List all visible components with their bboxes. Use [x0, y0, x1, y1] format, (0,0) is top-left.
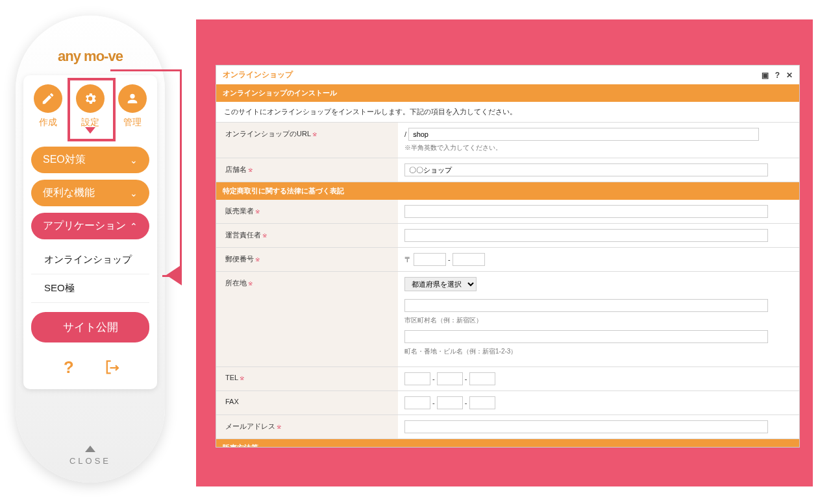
nav-settings[interactable]: 設定: [76, 84, 105, 134]
connector-arrow-icon: [166, 265, 182, 285]
panel-title: オンラインショップ: [223, 69, 293, 80]
prefecture-select[interactable]: 都道府県を選択: [404, 277, 477, 291]
connector-line: [110, 69, 182, 71]
required-mark: ※: [262, 232, 267, 239]
chevron-up-icon: ⌃: [130, 221, 138, 232]
url-prefix: /: [404, 130, 406, 138]
tel-input-1[interactable]: [404, 372, 430, 385]
section-sales-header: 販売方法等: [216, 439, 799, 448]
chevron-up-icon: [85, 446, 95, 452]
user-icon: [118, 84, 147, 113]
sidebar-card: 作成 設定 管理 SEO対策 ⌄ 便利な機能 ⌄: [23, 75, 157, 389]
postal-label: 郵便番号: [225, 255, 254, 263]
manager-label: 運営責任者: [225, 231, 261, 239]
menu-seo[interactable]: SEO対策 ⌄: [31, 147, 149, 173]
seller-label: 販売業者: [225, 207, 254, 215]
expand-icon[interactable]: ▣: [762, 71, 769, 80]
top-icon-row: 作成 設定 管理: [23, 75, 157, 140]
fax-input-3[interactable]: [469, 396, 495, 409]
chevron-down-icon: ⌄: [130, 155, 138, 165]
url-input[interactable]: [408, 128, 759, 141]
submenu-seokyoku[interactable]: SEO極: [31, 274, 149, 303]
required-mark: ※: [255, 256, 260, 263]
nav-admin[interactable]: 管理: [118, 84, 147, 134]
required-mark: ※: [248, 167, 253, 173]
url-hint: ※半角英数で入力してください。: [404, 143, 793, 152]
settings-panel: オンラインショップ ▣ ? ✕ オンラインショップのインストール このサイトにオ…: [216, 65, 800, 448]
required-mark: ※: [248, 280, 253, 287]
publish-button[interactable]: サイト公開: [31, 312, 149, 342]
connector-line: [180, 69, 182, 275]
required-mark: ※: [240, 375, 245, 381]
nav-admin-label: 管理: [118, 117, 147, 128]
addr-label: 所在地: [225, 279, 247, 287]
help-icon[interactable]: ?: [775, 71, 780, 80]
nav-create[interactable]: 作成: [34, 84, 62, 134]
tel-input-3[interactable]: [469, 372, 495, 385]
tel-input-2[interactable]: [437, 372, 463, 385]
nav-settings-label: 設定: [76, 117, 105, 128]
email-input[interactable]: [404, 420, 768, 433]
fax-input-2[interactable]: [437, 396, 463, 409]
menu-convenient[interactable]: 便利な機能 ⌄: [31, 180, 149, 206]
svg-text:?: ?: [64, 358, 74, 376]
sidebar-pill: any mo-ve 作成 設定 管理: [16, 16, 165, 483]
nav-create-label: 作成: [34, 117, 62, 128]
required-mark: ※: [312, 131, 317, 138]
shop-name-input[interactable]: [404, 163, 768, 176]
url-label: オンラインショップのURL: [225, 130, 311, 138]
menu-seo-label: SEO対策: [43, 153, 86, 167]
city-hint: 市区町村名（例：新宿区）: [404, 316, 793, 325]
required-mark: ※: [255, 208, 260, 215]
manager-input[interactable]: [404, 229, 768, 242]
gear-icon: [76, 84, 105, 113]
required-mark: ※: [277, 424, 282, 430]
submenu-online-shop[interactable]: オンラインショップ: [31, 246, 149, 274]
postal-input-1[interactable]: [414, 253, 446, 266]
seller-input[interactable]: [404, 205, 768, 218]
menu-convenient-label: 便利な機能: [43, 186, 95, 200]
logout-icon[interactable]: [103, 358, 121, 376]
pen-icon: [34, 84, 62, 113]
close-label: CLOSE: [69, 456, 111, 466]
tel-label: TEL: [225, 374, 238, 381]
menu-application[interactable]: アプリケーション ⌃: [31, 213, 149, 239]
logo: any mo-ve: [16, 48, 165, 65]
fax-input-1[interactable]: [404, 396, 430, 409]
section-install-header: オンラインショップのインストール: [216, 84, 799, 102]
postal-input-2[interactable]: [453, 253, 485, 266]
install-description: このサイトにオンラインショップをインストールします。下記の項目を入力してください…: [216, 102, 799, 123]
close-footer[interactable]: CLOSE: [16, 446, 165, 466]
street-hint: 町名・番地・ビル名（例：新宿1-2-3）: [404, 347, 793, 356]
shop-name-label: 店舗名: [225, 165, 247, 173]
street-input[interactable]: [404, 330, 768, 343]
email-label: メールアドレス: [225, 422, 275, 430]
chevron-down-icon: ⌄: [130, 188, 138, 198]
postal-prefix: 〒: [404, 256, 412, 263]
help-icon[interactable]: ?: [59, 358, 77, 376]
menu-application-label: アプリケーション: [43, 219, 126, 233]
fax-label: FAX: [225, 398, 239, 405]
close-icon[interactable]: ✕: [786, 71, 793, 80]
section-law-header: 特定商取引に関する法律に基づく表記: [216, 182, 799, 200]
city-input[interactable]: [404, 299, 768, 312]
